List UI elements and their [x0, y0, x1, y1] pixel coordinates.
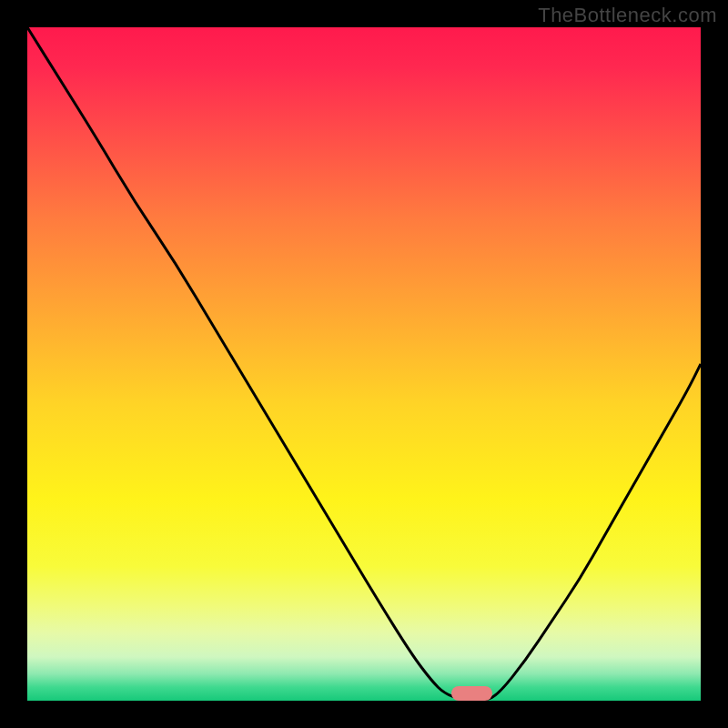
watermark-text: TheBottleneck.com [538, 4, 717, 27]
optimal-marker [451, 686, 491, 701]
curve-layer [27, 27, 701, 701]
bottleneck-curve [27, 27, 701, 701]
plot-area [27, 27, 701, 701]
chart-frame: TheBottleneck.com [0, 0, 728, 728]
